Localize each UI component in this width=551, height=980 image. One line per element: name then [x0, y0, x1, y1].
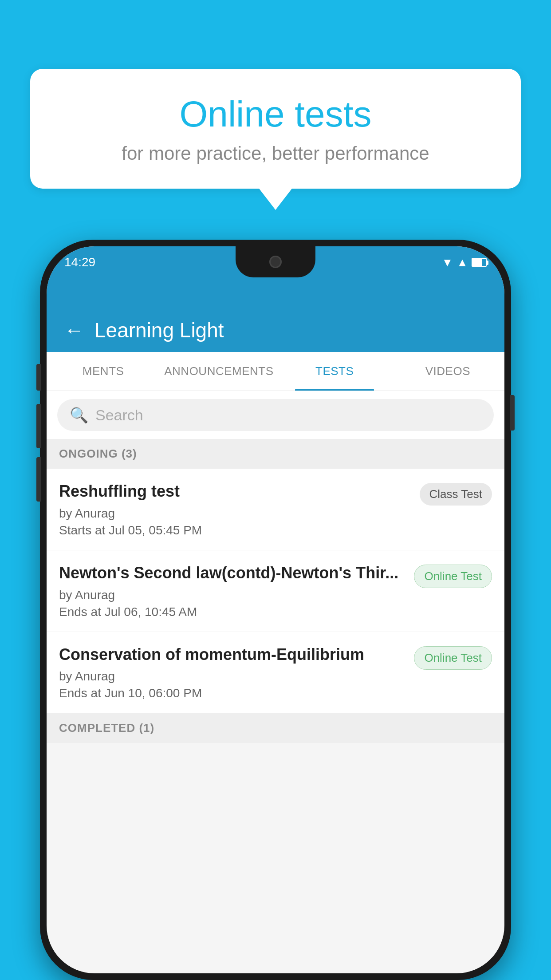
silent-button: [36, 457, 41, 502]
phone-notch: [236, 246, 315, 277]
test-info: Reshuffling test by Anurag Starts at Jul…: [59, 481, 420, 537]
test-time: Ends at Jun 10, 06:00 PM: [59, 686, 405, 700]
bubble-subtitle: for more practice, better performance: [48, 143, 503, 164]
bubble-title: Online tests: [48, 93, 503, 135]
search-container: 🔍 Search: [47, 391, 504, 439]
test-badge-class: Class Test: [420, 483, 492, 506]
front-camera: [269, 256, 282, 268]
time-label: Ends at: [59, 686, 101, 700]
test-badge-online: Online Test: [414, 565, 492, 588]
time-label: Ends at: [59, 605, 101, 619]
battery-icon: [472, 258, 487, 267]
phone-frame: 14:29 ▼ ▲ ← Learning Light: [40, 240, 511, 980]
tests-list: Reshuffling test by Anurag Starts at Jul…: [47, 469, 504, 713]
test-author: by Anurag: [59, 669, 405, 684]
search-bar[interactable]: 🔍 Search: [57, 399, 494, 431]
speech-bubble: Online tests for more practice, better p…: [30, 69, 521, 189]
app-title: Learning Light: [94, 318, 224, 342]
test-name: Conservation of momentum-Equilibrium: [59, 644, 405, 665]
test-author: by Anurag: [59, 506, 411, 521]
test-info: Newton's Second law(contd)-Newton's Thir…: [59, 563, 414, 619]
time-label: Starts at: [59, 523, 105, 537]
back-button[interactable]: ←: [64, 319, 84, 341]
time-value: Jun 10, 06:00 PM: [105, 686, 202, 700]
volume-up-button: [36, 364, 41, 391]
test-info: Conservation of momentum-Equilibrium by …: [59, 644, 414, 701]
time-value: Jul 05, 05:45 PM: [109, 523, 202, 537]
ongoing-section-header: ONGOING (3): [47, 439, 504, 469]
test-item[interactable]: Newton's Second law(contd)-Newton's Thir…: [47, 550, 504, 632]
app-header: ← Learning Light: [47, 278, 504, 352]
test-item[interactable]: Reshuffling test by Anurag Starts at Jul…: [47, 469, 504, 550]
volume-down-button: [36, 404, 41, 448]
tab-videos[interactable]: VIDEOS: [391, 352, 504, 391]
status-time: 14:29: [64, 255, 95, 269]
test-name: Reshuffling test: [59, 481, 411, 502]
test-time: Starts at Jul 05, 05:45 PM: [59, 523, 411, 537]
signal-icon: ▲: [457, 256, 468, 269]
tab-tests[interactable]: TESTS: [278, 352, 391, 391]
test-time: Ends at Jul 06, 10:45 AM: [59, 605, 405, 619]
tab-bar: MENTS ANNOUNCEMENTS TESTS VIDEOS: [47, 352, 504, 391]
search-icon: 🔍: [70, 406, 88, 424]
test-name: Newton's Second law(contd)-Newton's Thir…: [59, 563, 405, 584]
test-item[interactable]: Conservation of momentum-Equilibrium by …: [47, 632, 504, 714]
phone-screen: 14:29 ▼ ▲ ← Learning Light: [47, 246, 504, 973]
time-value: Jul 06, 10:45 AM: [105, 605, 197, 619]
tab-ments[interactable]: MENTS: [47, 352, 160, 391]
test-badge-online: Online Test: [414, 646, 492, 670]
status-icons: ▼ ▲: [442, 256, 487, 269]
speech-bubble-container: Online tests for more practice, better p…: [30, 69, 521, 189]
completed-section-header: COMPLETED (1): [47, 713, 504, 743]
test-author: by Anurag: [59, 588, 405, 602]
search-placeholder: Search: [95, 407, 143, 424]
tab-announcements[interactable]: ANNOUNCEMENTS: [160, 352, 278, 391]
wifi-icon: ▼: [442, 256, 453, 269]
power-button: [510, 395, 515, 431]
